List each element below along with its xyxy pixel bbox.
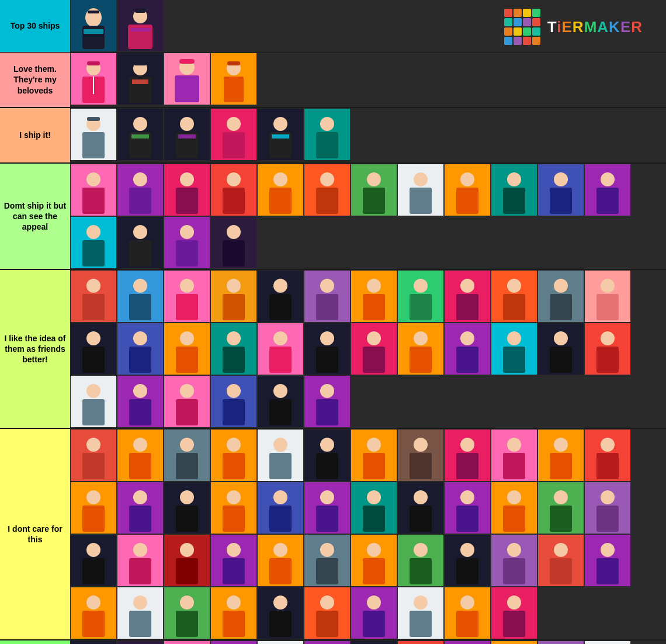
svg-rect-107 xyxy=(176,294,198,320)
svg-rect-179 xyxy=(176,399,198,425)
svg-rect-86 xyxy=(596,188,619,214)
list-item xyxy=(71,164,116,216)
list-item xyxy=(304,323,350,375)
svg-rect-23 xyxy=(175,75,199,102)
svg-rect-128 xyxy=(503,294,525,320)
list-item xyxy=(398,641,443,644)
svg-rect-260 xyxy=(596,505,619,532)
list-item xyxy=(351,430,397,481)
tier-row-appeal: Domt ship it but can see the appeal xyxy=(0,164,666,270)
list-item xyxy=(445,535,490,586)
svg-point-223 xyxy=(601,438,615,452)
svg-rect-95 xyxy=(176,240,198,266)
svg-rect-320 xyxy=(410,611,432,637)
svg-rect-218 xyxy=(503,453,525,479)
svg-rect-182 xyxy=(223,399,245,425)
svg-rect-197 xyxy=(176,453,198,479)
svg-point-238 xyxy=(273,490,287,504)
list-item xyxy=(258,164,303,216)
svg-rect-56 xyxy=(129,188,151,214)
list-item xyxy=(164,641,210,644)
list-item xyxy=(164,535,210,586)
tier-label-gross: Gross xyxy=(0,640,70,644)
svg-rect-77 xyxy=(456,188,478,214)
tiermaker-container: Top 30 ships xyxy=(0,0,666,644)
list-item xyxy=(211,535,256,586)
svg-rect-188 xyxy=(316,399,338,425)
tier-row-gross: Gross xyxy=(0,640,666,644)
svg-rect-275 xyxy=(269,558,292,584)
list-item xyxy=(164,217,210,268)
svg-rect-113 xyxy=(269,294,292,320)
svg-rect-290 xyxy=(503,558,525,584)
svg-rect-104 xyxy=(129,294,151,320)
svg-point-211 xyxy=(414,438,428,452)
list-item xyxy=(211,164,256,216)
list-item xyxy=(351,323,397,375)
svg-rect-239 xyxy=(269,505,292,532)
list-item xyxy=(585,164,630,216)
svg-rect-287 xyxy=(456,558,478,584)
list-item xyxy=(71,53,116,105)
svg-rect-59 xyxy=(176,188,198,214)
svg-point-304 xyxy=(180,595,194,610)
tier-content-gross xyxy=(70,640,666,644)
svg-point-298 xyxy=(86,595,100,610)
svg-rect-339 xyxy=(258,641,303,644)
svg-point-307 xyxy=(227,595,241,610)
list-item xyxy=(117,109,163,160)
svg-rect-143 xyxy=(176,347,198,373)
list-item xyxy=(258,587,303,639)
list-item xyxy=(71,535,116,586)
svg-point-79 xyxy=(507,172,521,186)
list-item xyxy=(398,271,443,322)
list-item xyxy=(445,641,490,644)
list-item xyxy=(304,482,350,534)
svg-point-232 xyxy=(180,490,194,504)
list-item xyxy=(585,641,630,644)
svg-rect-31 xyxy=(82,132,105,158)
svg-rect-242 xyxy=(316,505,338,532)
svg-point-295 xyxy=(601,543,615,557)
svg-point-115 xyxy=(320,279,334,293)
svg-rect-215 xyxy=(456,453,478,479)
list-item xyxy=(117,164,163,216)
list-item xyxy=(117,53,163,105)
svg-rect-326 xyxy=(503,611,525,637)
svg-rect-254 xyxy=(503,505,525,532)
svg-point-244 xyxy=(367,490,381,504)
svg-rect-122 xyxy=(410,294,432,320)
svg-point-38 xyxy=(180,117,194,131)
svg-point-313 xyxy=(320,595,334,610)
svg-rect-323 xyxy=(456,611,478,637)
list-item xyxy=(211,53,256,105)
svg-point-157 xyxy=(414,331,428,345)
list-item xyxy=(211,271,256,322)
svg-rect-146 xyxy=(223,347,245,373)
svg-rect-14 xyxy=(87,61,100,65)
svg-point-199 xyxy=(227,438,241,452)
svg-point-130 xyxy=(554,279,568,293)
list-item xyxy=(211,430,256,481)
svg-rect-89 xyxy=(82,240,105,266)
svg-rect-327 xyxy=(71,641,116,644)
svg-point-94 xyxy=(180,225,194,239)
svg-point-142 xyxy=(180,331,194,345)
list-item xyxy=(117,376,163,427)
svg-rect-302 xyxy=(129,611,151,637)
list-item xyxy=(445,430,490,481)
list-item xyxy=(491,482,537,534)
svg-point-316 xyxy=(367,595,381,610)
list-item xyxy=(71,271,116,322)
list-item xyxy=(164,376,210,427)
list-item xyxy=(258,109,303,160)
svg-rect-170 xyxy=(596,347,619,373)
list-item xyxy=(258,641,303,644)
logo-grid xyxy=(504,9,540,45)
svg-point-196 xyxy=(180,438,194,452)
svg-point-250 xyxy=(460,490,474,504)
svg-rect-248 xyxy=(410,505,432,532)
svg-rect-3 xyxy=(84,29,103,34)
svg-rect-167 xyxy=(550,347,572,373)
svg-point-73 xyxy=(414,172,428,186)
